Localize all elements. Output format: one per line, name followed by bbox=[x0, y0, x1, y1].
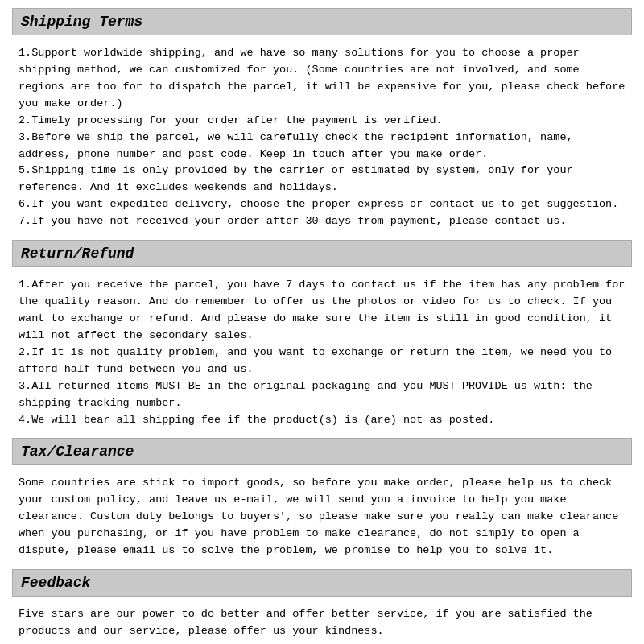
shipping-body: 1.Support worldwide shipping, and we hav… bbox=[12, 42, 632, 240]
shipping-text: 1.Support worldwide shipping, and we hav… bbox=[19, 45, 625, 230]
tax-text: Some countries are stick to import goods… bbox=[19, 475, 625, 559]
return-title: Return/Refund bbox=[21, 246, 623, 262]
section-tax: Tax/ClearanceSome countries are stick to… bbox=[12, 438, 632, 569]
shipping-header: Shipping Terms bbox=[12, 8, 632, 35]
tax-title: Tax/Clearance bbox=[21, 444, 623, 460]
feedback-header: Feedback bbox=[12, 569, 632, 597]
feedback-text: Five stars are our power to do better an… bbox=[19, 606, 625, 640]
return-header: Return/Refund bbox=[12, 240, 632, 267]
section-return: Return/Refund1.After you receive the par… bbox=[12, 240, 632, 438]
return-body: 1.After you receive the parcel, you have… bbox=[12, 274, 632, 438]
tax-header: Tax/Clearance bbox=[12, 438, 632, 465]
return-text: 1.After you receive the parcel, you have… bbox=[19, 277, 625, 428]
feedback-body: Five stars are our power to do better an… bbox=[12, 603, 632, 644]
feedback-title: Feedback bbox=[21, 575, 623, 591]
section-shipping: Shipping Terms1.Support worldwide shippi… bbox=[12, 8, 632, 240]
section-feedback: FeedbackFive stars are our power to do b… bbox=[12, 569, 632, 644]
shipping-title: Shipping Terms bbox=[21, 14, 623, 30]
page-container: Shipping Terms1.Support worldwide shippi… bbox=[0, 0, 644, 644]
tax-body: Some countries are stick to import goods… bbox=[12, 472, 632, 569]
